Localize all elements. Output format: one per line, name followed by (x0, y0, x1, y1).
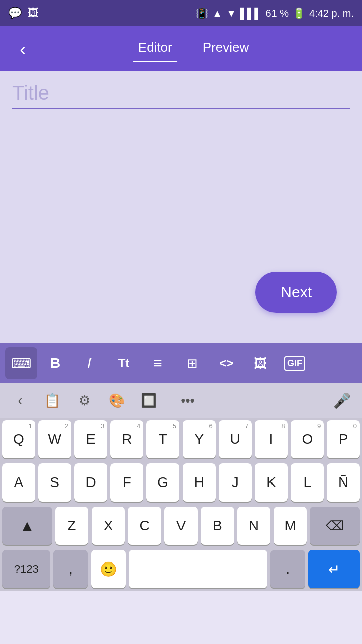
key-d[interactable]: D (74, 463, 108, 502)
key-l[interactable]: L (291, 463, 324, 502)
image-button[interactable]: 🖼 (244, 347, 277, 379)
wifi-icon: ▼ (226, 8, 236, 19)
palette-button[interactable]: 🎨 (102, 387, 132, 414)
image-icon: 🖼 (254, 356, 267, 371)
keyboard-row-2: A S D F G H J K L Ñ (0, 461, 362, 504)
title-input[interactable] (12, 82, 350, 104)
more-button[interactable]: ••• (172, 387, 203, 414)
key-k[interactable]: K (255, 463, 288, 502)
code-icon: <> (219, 356, 233, 370)
settings-icon: ⚙ (79, 393, 90, 409)
shift-icon: ▲ (20, 517, 35, 534)
period-key[interactable]: . (270, 550, 305, 588)
sticker-button[interactable]: 🔲 (134, 387, 164, 414)
shift-key[interactable]: ▲ (2, 507, 52, 545)
bold-button[interactable]: B (39, 347, 71, 379)
status-left: 💬 🖼 (8, 7, 39, 20)
separator (168, 390, 168, 411)
key-s[interactable]: S (38, 463, 71, 502)
keyboard-suggestions-row: ‹ 📋 ⚙ 🎨 🔲 ••• 🎤 (0, 383, 362, 418)
title-input-wrapper (12, 82, 350, 109)
emoji-key[interactable]: 🙂 (91, 550, 126, 588)
keyboard-row-4: ?123 , 🙂 . ↵ (0, 547, 362, 591)
content-area: Next (0, 71, 362, 343)
clipboard-button[interactable]: 📋 (37, 387, 67, 414)
back-arrow-icon: ‹ (20, 39, 25, 59)
list-button[interactable]: ≡ (142, 347, 174, 379)
keyboard-icon: ⌨ (11, 355, 31, 372)
table-icon: ⊞ (187, 356, 198, 371)
messenger-icon: 💬 (8, 7, 22, 20)
table-button[interactable]: ⊞ (176, 347, 208, 379)
key-j[interactable]: J (219, 463, 252, 502)
key-e[interactable]: 3E (74, 420, 108, 458)
italic-button[interactable]: I (73, 347, 106, 379)
key-p[interactable]: 0P (327, 420, 360, 458)
key-z[interactable]: Z (55, 507, 88, 545)
mic-button[interactable]: 🎤 (327, 387, 357, 414)
status-bar: 💬 🖼 📳 ▲ ▼ ▌▌▌ 61 % 🔋 4:42 p. m. (0, 0, 362, 26)
tab-editor[interactable]: Editor (138, 40, 172, 58)
key-g[interactable]: G (146, 463, 179, 502)
vibrate-icon: 📳 (196, 7, 208, 19)
formatting-bar: ⌨ B I Tt ≡ ⊞ <> 🖼 GIF (0, 343, 362, 383)
keyboard-row-1: 1Q 2W 3E 4R 5T 6Y 7U 8I 9O 0P (0, 418, 362, 461)
space-key[interactable] (129, 550, 267, 588)
emoji-icon: 🙂 (100, 561, 117, 578)
enter-icon: ↵ (328, 561, 340, 578)
enter-key[interactable]: ↵ (308, 550, 360, 588)
battery-icon: 🔋 (293, 7, 305, 19)
back-chevron-icon: ‹ (18, 392, 22, 409)
backspace-key[interactable]: ⌫ (310, 507, 360, 545)
key-n-tilde[interactable]: Ñ (327, 463, 360, 502)
italic-icon: I (87, 355, 92, 371)
text-size-button[interactable]: Tt (108, 347, 140, 379)
key-x[interactable]: X (92, 507, 125, 545)
code-button[interactable]: <> (210, 347, 242, 379)
tab-preview[interactable]: Preview (203, 40, 249, 58)
key-f[interactable]: F (110, 463, 143, 502)
key-u[interactable]: 7U (219, 420, 252, 458)
palette-icon: 🎨 (109, 393, 125, 409)
settings-button[interactable]: ⚙ (69, 387, 100, 414)
key-i[interactable]: 8I (255, 420, 288, 458)
time-display: 4:42 p. m. (309, 8, 354, 19)
keyboard-toggle-button[interactable]: ⌨ (5, 347, 37, 379)
list-icon: ≡ (153, 355, 162, 372)
key-y[interactable]: 6Y (183, 420, 216, 458)
status-right: 📳 ▲ ▼ ▌▌▌ 61 % 🔋 4:42 p. m. (196, 7, 354, 19)
nav-tabs: Editor Preview (35, 40, 352, 58)
key-q[interactable]: 1Q (2, 420, 35, 458)
key-a[interactable]: A (2, 463, 35, 502)
signal-icon: ▲ (212, 8, 222, 19)
key-m[interactable]: M (274, 507, 307, 545)
top-nav: ‹ Editor Preview (0, 26, 362, 71)
key-c[interactable]: C (128, 507, 161, 545)
key-v[interactable]: V (164, 507, 198, 545)
key-o[interactable]: 9O (291, 420, 324, 458)
comma-key[interactable]: , (53, 550, 88, 588)
keyboard-row-3: ▲ Z X C V B N M ⌫ (0, 504, 362, 547)
key-r[interactable]: 4R (110, 420, 143, 458)
key-n[interactable]: N (237, 507, 270, 545)
photos-icon: 🖼 (28, 7, 39, 20)
sticker-icon: 🔲 (141, 393, 157, 409)
gif-button[interactable]: GIF (279, 347, 311, 379)
backspace-icon: ⌫ (326, 518, 344, 534)
key-t[interactable]: 5T (146, 420, 179, 458)
battery-percentage: 61 % (265, 8, 289, 19)
key-h[interactable]: H (183, 463, 216, 502)
next-button[interactable]: Next (255, 272, 337, 313)
back-button[interactable]: ‹ (10, 36, 35, 61)
symbol-key[interactable]: ?123 (2, 550, 50, 588)
key-b[interactable]: B (201, 507, 234, 545)
keyboard: 1Q 2W 3E 4R 5T 6Y 7U 8I 9O 0P A S D F G … (0, 418, 362, 591)
gif-icon: GIF (284, 356, 305, 371)
mic-icon: 🎤 (333, 392, 351, 409)
more-icon: ••• (180, 393, 194, 409)
clipboard-icon: 📋 (44, 393, 60, 409)
key-w[interactable]: 2W (38, 420, 71, 458)
back-suggestion-button[interactable]: ‹ (5, 387, 35, 414)
text-size-icon: Tt (118, 356, 130, 370)
bold-icon: B (50, 355, 60, 371)
